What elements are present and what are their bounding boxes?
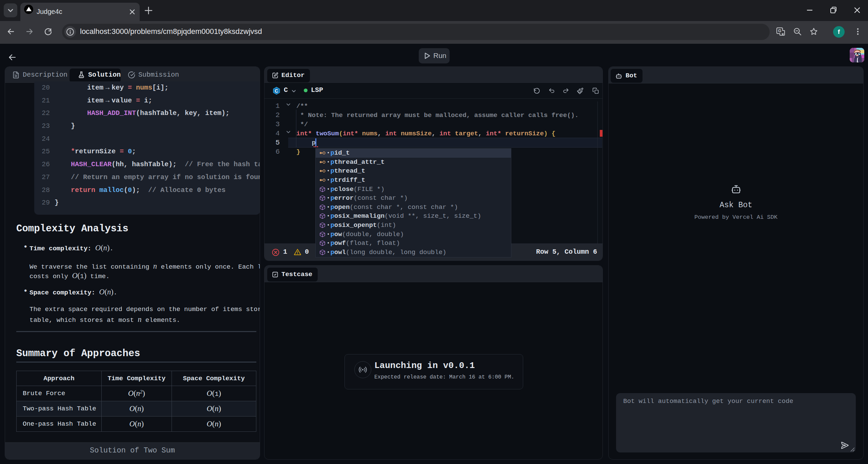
svg-text:C: C bbox=[275, 88, 278, 94]
